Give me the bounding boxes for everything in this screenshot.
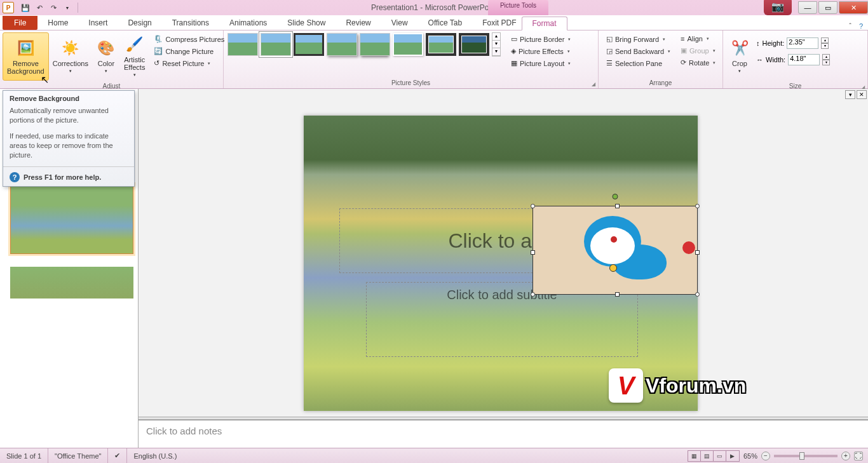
status-language[interactable]: English (U.S.) xyxy=(127,448,183,463)
sorter-view-icon[interactable]: ▤ xyxy=(701,451,714,461)
tab-review[interactable]: Review xyxy=(336,16,381,30)
close-button[interactable]: ✕ xyxy=(839,1,868,14)
spellcheck-icon: ✔ xyxy=(114,452,120,460)
height-input[interactable]: 2.35" xyxy=(787,37,818,49)
selection-pane-button[interactable]: ☰Selection Pane xyxy=(604,58,673,69)
watermark-logo: V xyxy=(609,368,643,403)
style-thumb[interactable] xyxy=(327,33,357,56)
save-icon[interactable]: 💾 xyxy=(19,1,32,14)
picture-effects-button[interactable]: ◈Picture Effects▾ xyxy=(508,46,573,57)
picture-border-button[interactable]: ▭Picture Border▾ xyxy=(508,34,573,44)
picture-layout-button[interactable]: ▦Picture Layout▾ xyxy=(508,58,573,69)
status-theme[interactable]: "Office Theme" xyxy=(48,448,108,463)
help-icon: ? xyxy=(10,172,20,182)
style-thumb[interactable] xyxy=(294,33,324,56)
camera-icon[interactable]: 📷 xyxy=(764,0,792,15)
resize-handle[interactable] xyxy=(695,250,700,255)
ribbon-minimize-icon[interactable]: ˆ xyxy=(849,22,851,30)
qat-customize-icon[interactable]: ▼ xyxy=(61,1,74,14)
bring-forward-button[interactable]: ◱Bring Forward▾ xyxy=(604,34,673,44)
resize-handle[interactable] xyxy=(695,204,700,208)
fit-to-window-button[interactable]: ⛶ xyxy=(854,452,863,460)
tab-insert[interactable]: Insert xyxy=(78,16,118,30)
send-backward-button[interactable]: ◲Send Backward▾ xyxy=(604,46,673,57)
status-slide-number[interactable]: Slide 1 of 1 xyxy=(0,448,48,463)
dialog-launcher-icon[interactable]: ◢ xyxy=(592,81,595,87)
resize-handle[interactable] xyxy=(531,204,535,208)
style-thumb[interactable] xyxy=(393,33,423,56)
tab-foxit[interactable]: Foxit PDF xyxy=(472,16,526,30)
bring-forward-icon: ◱ xyxy=(606,35,613,43)
resize-handle[interactable] xyxy=(615,204,620,208)
tab-format[interactable]: Format xyxy=(522,17,567,30)
slide-thumbnail[interactable] xyxy=(10,184,133,254)
remove-background-button[interactable]: 🖼️ Remove Background xyxy=(3,32,49,81)
zoom-thumb[interactable] xyxy=(799,452,804,460)
tab-transitions[interactable]: Transitions xyxy=(162,16,219,30)
rotate-handle[interactable] xyxy=(613,194,618,199)
maximize-button[interactable]: ▭ xyxy=(818,1,837,14)
zoom-slider[interactable] xyxy=(774,455,837,457)
ribbon-tabs: File Home Insert Design Transitions Anim… xyxy=(0,15,868,30)
tab-view[interactable]: View xyxy=(381,16,418,30)
group-button[interactable]: ▣Group▾ xyxy=(678,45,718,56)
style-thumb[interactable] xyxy=(360,33,390,56)
zoom-percent[interactable]: 65% xyxy=(743,452,757,460)
color-button[interactable]: 🎨 Color▾ xyxy=(92,32,120,81)
tab-officetab[interactable]: Office Tab xyxy=(418,16,473,30)
width-field[interactable]: ↔ Width: 4.18" ▴▾ xyxy=(756,54,830,65)
height-spinner[interactable]: ▴▾ xyxy=(821,37,829,49)
remove-background-icon: 🖼️ xyxy=(15,38,36,58)
tab-animations[interactable]: Animations xyxy=(219,16,277,30)
compress-pictures-button[interactable]: 🗜️Compress Pictures xyxy=(151,34,227,44)
zoom-in-button[interactable]: + xyxy=(841,452,850,460)
tooltip-body: If needed, use marks to indicate areas t… xyxy=(3,130,134,165)
slide-canvas[interactable]: Click to add Click to add subtitle xyxy=(304,116,698,411)
corrections-button[interactable]: ☀️ Corrections▾ xyxy=(49,32,92,81)
status-spellcheck[interactable]: ✔ xyxy=(108,448,127,463)
align-button[interactable]: ≡Align▾ xyxy=(678,34,718,44)
picture-styles-gallery[interactable]: ▴▾▾ xyxy=(226,32,502,57)
zoom-out-button[interactable]: − xyxy=(761,452,770,460)
tab-design[interactable]: Design xyxy=(118,16,161,30)
rotate-button[interactable]: ⟳Rotate▾ xyxy=(678,57,718,68)
height-field[interactable]: ↕ Height: 2.35" ▴▾ xyxy=(756,37,830,49)
slide-editor[interactable]: ▾ ✕ Click to add Click to add subtitle xyxy=(139,89,868,448)
normal-view-icon[interactable]: ▦ xyxy=(688,451,701,461)
view-buttons[interactable]: ▦ ▤ ▭ ▶ xyxy=(688,450,740,462)
style-thumb[interactable] xyxy=(459,33,489,56)
reset-icon: ↺ xyxy=(154,59,159,67)
redo-icon[interactable]: ↷ xyxy=(47,1,60,14)
width-input[interactable]: 4.18" xyxy=(788,54,820,65)
help-icon[interactable]: ? xyxy=(859,22,863,30)
resize-handle[interactable] xyxy=(695,292,700,297)
notes-placeholder[interactable]: Click to add notes xyxy=(139,420,868,448)
height-label: Height: xyxy=(763,39,785,47)
file-tab[interactable]: File xyxy=(3,16,37,30)
tooltip-remove-background: Remove Background Automatically remove u… xyxy=(3,90,135,187)
undo-icon[interactable]: ↶ xyxy=(33,1,46,14)
panel-dropdown-icon[interactable]: ▾ xyxy=(845,90,855,99)
gallery-scroll[interactable]: ▴▾▾ xyxy=(492,32,501,57)
artistic-effects-button[interactable]: 🖌️ Artistic Effects▾ xyxy=(120,32,149,81)
style-thumb[interactable] xyxy=(426,33,456,56)
minimize-button[interactable]: — xyxy=(798,1,817,14)
rotate-icon: ⟳ xyxy=(681,58,686,67)
resize-handle[interactable] xyxy=(531,250,535,255)
change-picture-icon: 🔄 xyxy=(154,47,163,55)
send-backward-icon: ◲ xyxy=(606,47,613,55)
resize-handle[interactable] xyxy=(615,292,620,297)
reading-view-icon[interactable]: ▭ xyxy=(714,451,726,461)
selected-picture[interactable] xyxy=(532,206,698,295)
width-spinner[interactable]: ▴▾ xyxy=(822,54,830,65)
style-thumb[interactable] xyxy=(227,33,258,56)
tab-home[interactable]: Home xyxy=(37,16,78,30)
tab-slideshow[interactable]: Slide Show xyxy=(277,16,336,30)
style-thumb[interactable] xyxy=(261,33,291,56)
resize-handle[interactable] xyxy=(531,292,535,297)
slideshow-view-icon[interactable]: ▶ xyxy=(726,451,739,461)
reset-picture-button[interactable]: ↺Reset Picture▾ xyxy=(151,58,227,69)
change-picture-button[interactable]: 🔄Change Picture xyxy=(151,46,227,57)
panel-close-icon[interactable]: ✕ xyxy=(857,90,867,99)
crop-button[interactable]: ✂️ Crop▾ xyxy=(726,32,754,81)
